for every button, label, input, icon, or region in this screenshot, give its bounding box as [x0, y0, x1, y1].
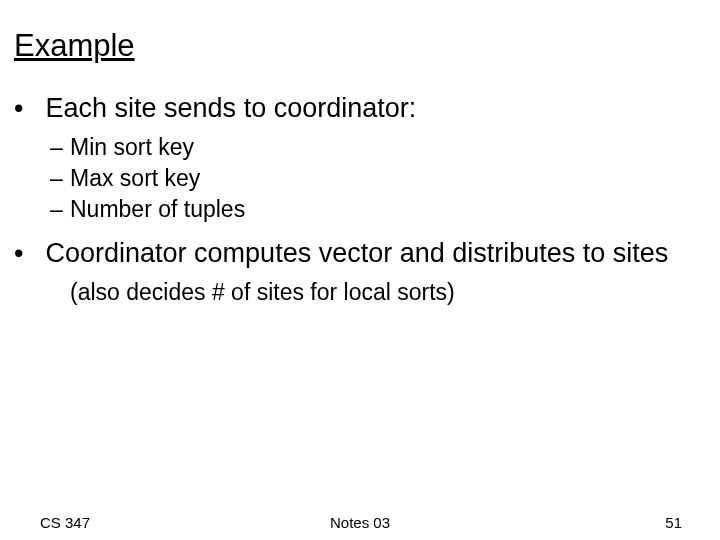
footer-center: Notes 03	[0, 514, 720, 531]
slide-title: Example	[14, 28, 706, 64]
bullet-list: Each site sends to coordinator: Min sort…	[38, 92, 706, 271]
bullet-note: (also decides # of sites for local sorts…	[70, 279, 706, 306]
sub-bullet-item: Number of tuples	[70, 194, 706, 225]
bullet-item: Coordinator computes vector and distribu…	[38, 237, 706, 271]
sub-bullet-item: Max sort key	[70, 163, 706, 194]
sub-bullet-item: Min sort key	[70, 132, 706, 163]
bullet-item: Each site sends to coordinator: Min sort…	[38, 92, 706, 225]
slide: Example Each site sends to coordinator: …	[0, 0, 720, 540]
bullet-text: Coordinator computes vector and distribu…	[46, 238, 669, 268]
bullet-text: Each site sends to coordinator:	[46, 93, 417, 123]
sub-bullet-list: Min sort key Max sort key Number of tupl…	[70, 132, 706, 225]
footer-right: 51	[665, 514, 682, 531]
